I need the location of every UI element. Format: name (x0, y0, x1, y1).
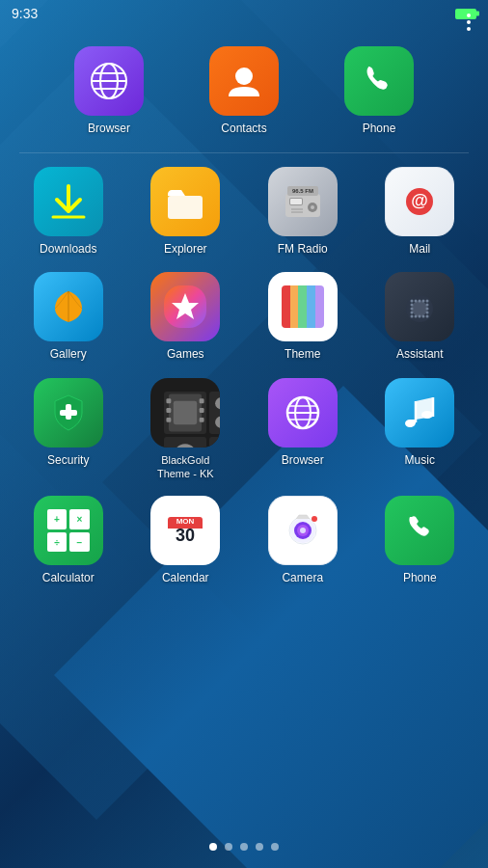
apps-row-5: + × ÷ − Calculator MON 30 Calendar (10, 496, 478, 586)
svg-rect-46 (200, 398, 204, 403)
app-assistant[interactable]: Assistant (366, 272, 473, 363)
assistant-svg (398, 285, 441, 328)
app-camera[interactable]: Camera (250, 496, 356, 586)
app-mail[interactable]: @ Mail (366, 167, 473, 258)
games-svg (164, 285, 206, 328)
app-phone2[interactable]: Phone (366, 496, 473, 586)
camera-svg (282, 509, 324, 552)
app-games[interactable]: Games (132, 272, 238, 363)
app-calculator[interactable]: + × ÷ − Calculator (15, 496, 122, 586)
phone1-svg (358, 60, 400, 102)
gallery-icon (34, 272, 103, 341)
downloads-label: Downloads (40, 242, 96, 258)
svg-point-23 (412, 301, 427, 316)
mail-icon: @ (385, 167, 454, 236)
blackgold-grid (164, 392, 206, 434)
page-dot-2 (225, 843, 232, 851)
phone1-icon (344, 46, 414, 116)
svg-text:@: @ (411, 191, 428, 210)
svg-point-5 (235, 68, 253, 85)
svg-point-26 (419, 300, 421, 303)
app-theme[interactable]: Theme (250, 272, 356, 363)
row-separator-1 (19, 152, 469, 153)
calendar-svg: MON 30 (164, 509, 206, 552)
downloads-svg (47, 180, 90, 223)
overflow-menu-button[interactable] (461, 8, 476, 37)
phone2-icon (385, 496, 454, 565)
svg-point-32 (426, 308, 429, 311)
mail-label: Mail (409, 242, 430, 258)
theme-label: Theme (285, 347, 320, 363)
contacts-svg (223, 60, 265, 102)
browser-icon (74, 46, 144, 116)
app-phone1[interactable]: Phone (326, 46, 432, 137)
downloads-icon (34, 167, 103, 236)
svg-point-24 (411, 300, 414, 303)
status-time: 9:33 (12, 6, 38, 21)
fm-radio-label: FM Radio (278, 242, 328, 258)
apps-row-1: Browser Contacts Phone (10, 46, 478, 137)
svg-point-27 (422, 300, 425, 303)
app-browser[interactable]: Browser (56, 46, 162, 137)
svg-text:30: 30 (176, 526, 195, 545)
app-downloads[interactable]: Downloads (15, 167, 122, 258)
svg-point-36 (415, 315, 418, 318)
apps-row-3: Gallery Games (10, 272, 478, 363)
app-music[interactable]: Music (366, 378, 473, 481)
svg-rect-47 (200, 408, 204, 413)
app-blackgold[interactable]: BlackGold Theme - KK (132, 378, 238, 481)
svg-text:MON: MON (176, 517, 195, 526)
svg-point-30 (426, 304, 429, 307)
contacts-icon (209, 46, 279, 116)
svg-rect-48 (200, 418, 204, 422)
blackgold-icon (150, 378, 220, 448)
svg-point-31 (411, 308, 414, 311)
svg-point-81 (312, 516, 317, 522)
apps-row-2: Downloads Explorer 96.5 FM (10, 167, 478, 258)
music-svg (398, 392, 441, 434)
app-browser2[interactable]: Browser (250, 378, 356, 481)
app-security[interactable]: Security (15, 378, 122, 481)
svg-rect-8 (168, 196, 203, 219)
games-icon (150, 272, 220, 341)
theme-icon (268, 272, 338, 341)
globe-icon (209, 437, 220, 448)
app-gallery[interactable]: Gallery (15, 272, 122, 363)
svg-point-38 (422, 315, 425, 318)
music-label: Music (405, 453, 435, 469)
dot3 (467, 27, 471, 31)
browser2-svg (282, 392, 324, 434)
svg-point-70 (421, 411, 433, 419)
music-icon (385, 378, 454, 448)
svg-point-33 (411, 312, 414, 314)
blackgold-label: BlackGold Theme - KK (157, 453, 214, 481)
browser2-icon (268, 378, 338, 448)
skull-icon (164, 437, 206, 448)
svg-rect-49 (174, 401, 197, 424)
browser-svg (88, 60, 130, 102)
page-indicator (0, 843, 488, 851)
svg-point-39 (426, 315, 429, 318)
theme-stripes (282, 285, 324, 328)
browser2-label: Browser (282, 453, 324, 469)
app-fm-radio[interactable]: 96.5 FM FM Radio (250, 167, 356, 258)
security-icon (34, 378, 103, 448)
calendar-icon: MON 30 (150, 496, 220, 565)
svg-point-15 (311, 205, 314, 209)
assistant-label: Assistant (396, 347, 444, 363)
calculator-icon: + × ÷ − (34, 496, 103, 565)
camera-icon (268, 496, 338, 565)
svg-rect-45 (167, 418, 172, 422)
page-dot-4 (256, 843, 263, 851)
status-bar: 9:33 (0, 0, 488, 27)
svg-point-54 (174, 444, 197, 448)
security-svg (47, 392, 90, 434)
app-contacts[interactable]: Contacts (191, 46, 297, 137)
gallery-svg (47, 285, 90, 328)
app-explorer[interactable]: Explorer (132, 167, 238, 258)
apps-row-4: Security (10, 378, 478, 481)
phone1-label: Phone (363, 122, 396, 137)
app-calendar[interactable]: MON 30 Calendar (132, 496, 238, 586)
gallery-label: Gallery (50, 347, 87, 363)
page-dot-1 (209, 843, 217, 851)
